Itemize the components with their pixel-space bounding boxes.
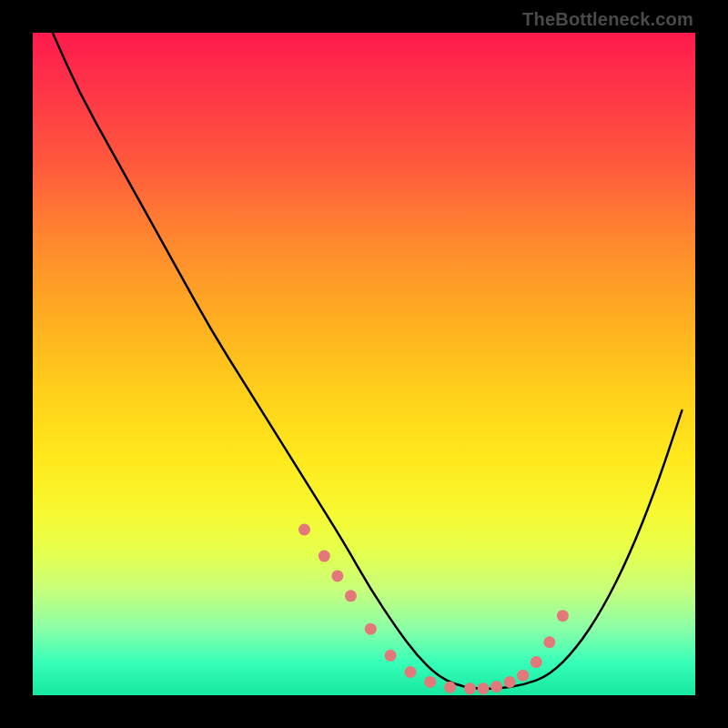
- marker-dot: [464, 682, 476, 694]
- marker-dot: [517, 670, 529, 682]
- marker-dot: [404, 666, 416, 678]
- marker-dot: [504, 676, 516, 688]
- marker-dot: [424, 676, 436, 688]
- marker-dot: [543, 636, 555, 648]
- marker-dot: [345, 590, 357, 602]
- marker-dot: [490, 681, 502, 693]
- marker-dot: [318, 551, 330, 562]
- chart-container: TheBottleneck.com: [0, 0, 728, 728]
- marker-dot: [478, 682, 490, 694]
- marker-dot: [331, 570, 343, 581]
- bottleneck-curve: [53, 33, 682, 689]
- marker-dots-group: [298, 524, 569, 695]
- watermark-text: TheBottleneck.com: [522, 9, 693, 30]
- marker-dot: [557, 610, 569, 622]
- marker-dot: [444, 682, 456, 693]
- marker-dot: [531, 656, 542, 668]
- plot-area: [33, 33, 695, 695]
- marker-dot: [385, 650, 397, 662]
- curve-layer: [33, 33, 695, 695]
- marker-dot: [298, 524, 310, 536]
- marker-dot: [365, 623, 377, 635]
